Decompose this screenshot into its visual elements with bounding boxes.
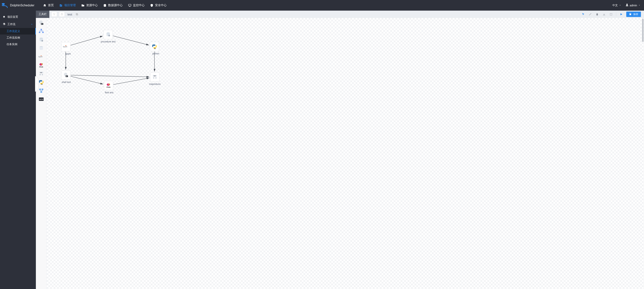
sidebar-item-workflow-definition[interactable]: 工作流定义	[0, 28, 36, 35]
svg-text:Flink: Flink	[107, 86, 111, 88]
pointer-tool[interactable]	[581, 12, 585, 16]
nav-home-label: 首页	[48, 4, 54, 7]
brand[interactable]: DolphinScheduler	[2, 3, 34, 8]
nav-security-label: 安全中心	[155, 4, 166, 7]
svg-point-3	[104, 4, 106, 5]
nav-datasource[interactable]: 数据源中心	[103, 4, 123, 7]
sidebar-item-project-home[interactable]: 项目首页	[0, 13, 36, 21]
edge-layer	[47, 18, 644, 289]
nav-datasource-label: 数据源中心	[108, 4, 123, 7]
dag-node-procedure_test[interactable]: procedure test	[103, 30, 113, 43]
subprocess-task-icon[interactable]	[38, 28, 44, 34]
workflow-name: test	[68, 13, 72, 16]
nav-project-label: 项目管理	[64, 4, 76, 7]
dag-node-python[interactable]: pypython	[150, 42, 159, 55]
sql-task-icon[interactable]	[38, 45, 44, 51]
dag-node-label: spark	[65, 53, 71, 55]
svg-rect-46	[156, 77, 156, 79]
chevron-down-icon	[638, 4, 640, 7]
svg-rect-12	[40, 29, 42, 30]
user-icon	[626, 4, 628, 7]
procedure-task-icon[interactable]	[38, 37, 44, 43]
gear-icon	[3, 23, 6, 26]
user-menu[interactable]: admin	[626, 4, 640, 7]
nav-resource[interactable]: 资源中心	[81, 4, 98, 7]
mr-task-icon[interactable]: MR	[38, 71, 44, 77]
mr-task-icon: MR	[150, 72, 160, 82]
dag-canvas[interactable]: Sparksparkprocedure testpypythonshell te…	[47, 18, 644, 289]
refresh-button[interactable]	[59, 12, 65, 17]
dag-node-flink_test[interactable]: Flinkflink test	[104, 81, 113, 94]
svg-rect-13	[39, 32, 40, 33]
chevron-down-icon	[30, 23, 33, 26]
svg-text:Spark: Spark	[63, 46, 68, 48]
python-task-icon[interactable]: py	[38, 79, 44, 85]
dag-node-label: mapreduce	[149, 83, 160, 86]
sidebar-item-workflow-instance[interactable]: 工作流实例	[0, 35, 36, 41]
nav-monitor[interactable]: 监控中心	[128, 4, 144, 7]
sidebar-item-label: 任务实例	[6, 43, 17, 46]
svg-point-0	[2, 3, 5, 5]
canvas-scrollbar[interactable]	[642, 19, 644, 42]
dag-edge[interactable]	[113, 36, 149, 45]
svg-point-41	[109, 84, 110, 85]
svg-text:Flink: Flink	[39, 66, 43, 68]
shield-icon	[150, 4, 154, 7]
svg-rect-2	[60, 6, 62, 6]
sidebar-item-label: 工作流	[7, 23, 16, 26]
nav-project[interactable]: 项目管理	[59, 4, 76, 7]
task-palette: Spark Flink MR py HTTP	[36, 18, 47, 289]
home-icon	[43, 4, 46, 7]
nav-monitor-label: 监控中心	[133, 4, 144, 7]
save-button[interactable]: 保存	[626, 12, 641, 17]
logo-icon	[2, 3, 8, 8]
nav-security[interactable]: 安全中心	[150, 4, 166, 7]
save-button-label: 保存	[633, 13, 638, 16]
svg-point-20	[41, 63, 43, 65]
svg-text:HTTP: HTTP	[39, 99, 44, 100]
sidebar-item-label: 项目首页	[7, 15, 18, 19]
dag-edge[interactable]	[70, 36, 103, 45]
shell-task-icon[interactable]	[38, 20, 44, 26]
line-tool[interactable]	[588, 12, 592, 16]
dag-edge[interactable]	[113, 78, 150, 85]
fullscreen-tool[interactable]	[609, 12, 613, 16]
sidebar-item-task-instance[interactable]: 任务实例	[0, 41, 36, 48]
svg-rect-29	[42, 89, 43, 90]
svg-point-16	[41, 40, 43, 42]
shell-task-icon	[61, 70, 70, 80]
monitor-icon	[128, 4, 132, 7]
toolbar-label: 工具栏	[36, 11, 49, 18]
view-dag-button[interactable]	[51, 12, 57, 17]
python-task-icon: py	[150, 42, 159, 51]
dag-edge[interactable]	[70, 76, 103, 84]
svg-rect-45	[153, 77, 154, 79]
dag-node-shell_test[interactable]: shell test	[61, 70, 71, 84]
flink-task-icon: Flink	[104, 81, 113, 90]
database-icon	[103, 4, 107, 7]
download-tool[interactable]	[602, 12, 606, 16]
spark-task-icon[interactable]: Spark	[38, 54, 44, 60]
spark-task-icon: Spark	[61, 42, 70, 51]
http-task-icon[interactable]: HTTP	[38, 96, 44, 102]
flink-task-icon[interactable]: Flink	[38, 62, 44, 68]
chevron-down-icon	[619, 4, 621, 7]
dag-node-mapreduce[interactable]: MRmapreduce	[150, 72, 160, 86]
svg-text:Spark: Spark	[38, 56, 42, 58]
dependent-task-icon[interactable]	[38, 88, 44, 94]
dag-node-spark[interactable]: Sparkspark	[61, 42, 71, 55]
svg-rect-28	[39, 89, 41, 90]
copy-name-button[interactable]	[76, 13, 78, 16]
delete-tool[interactable]	[595, 12, 599, 16]
nav-home[interactable]: 首页	[43, 4, 54, 7]
folder-icon	[81, 4, 85, 7]
brand-name: DolphinScheduler	[10, 4, 34, 7]
sidebar-item-workflow[interactable]: 工作流	[0, 21, 36, 28]
language-switcher[interactable]: 中文	[612, 4, 621, 7]
topnav-right: 中文 admin	[612, 4, 640, 7]
svg-text:py: py	[41, 83, 43, 85]
language-label: 中文	[612, 4, 618, 7]
dag-edge[interactable]	[71, 75, 149, 77]
sidebar-item-label: 工作流实例	[6, 36, 20, 39]
run-tool[interactable]	[619, 12, 623, 16]
